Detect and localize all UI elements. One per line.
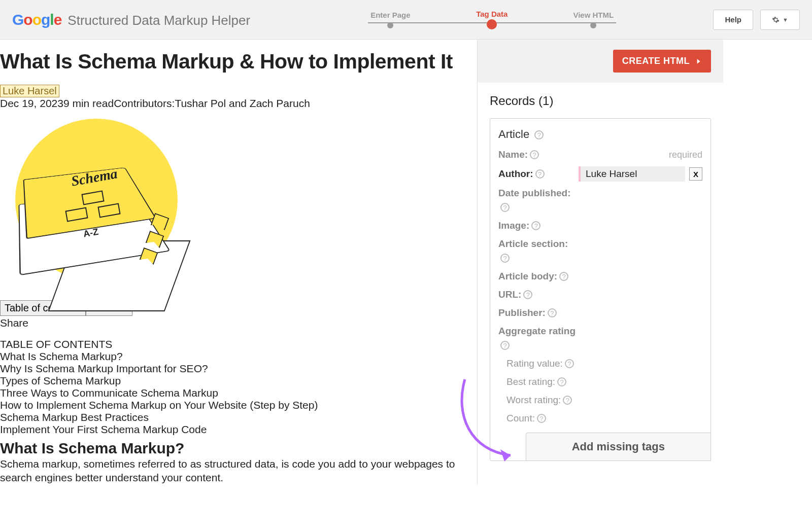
- read-time: 9 min read: [63, 97, 114, 109]
- add-missing-tags-button[interactable]: Add missing tags: [526, 433, 711, 461]
- field-date-published-help: ?: [498, 201, 702, 214]
- toc-link[interactable]: Implement Your First Schema Markup Code: [0, 423, 477, 436]
- field-article-body: Article body: ?: [498, 270, 702, 283]
- step-label: View HTML: [573, 11, 614, 19]
- field-image: Image: ?: [498, 219, 702, 232]
- help-icon[interactable]: ?: [530, 150, 539, 159]
- chevron-right-icon: [695, 57, 702, 65]
- step-dot-icon: [487, 19, 497, 29]
- section-heading: What Is Schema Markup?: [0, 440, 477, 457]
- field-date-published: Date published:: [498, 187, 702, 200]
- field-author: Author: ? Luke Harsel X: [498, 166, 702, 182]
- remove-value-button[interactable]: X: [689, 167, 702, 181]
- field-label: Author:: [498, 168, 533, 180]
- field-url: URL: ?: [498, 288, 702, 301]
- article-title: What Is Schema Markup & How to Implement…: [0, 50, 477, 74]
- author-highlight[interactable]: Luke Harsel: [0, 85, 59, 97]
- help-icon[interactable]: ?: [563, 396, 572, 405]
- field-label: Rating value:: [506, 358, 563, 369]
- logo-block: Google Structured Data Markup Helper: [12, 11, 250, 28]
- field-label: Name:: [498, 149, 528, 160]
- gear-icon: [772, 15, 780, 25]
- field-best-rating: Best rating: ?: [498, 375, 702, 388]
- records-panel: CREATE HTML Records (1) Article ? Name: …: [477, 40, 723, 485]
- body-paragraph: Schema markup, sometimes referred to as …: [0, 457, 457, 485]
- field-label: Image:: [498, 220, 529, 231]
- step-tag-data[interactable]: Tag Data: [441, 10, 543, 29]
- app-title: Structured Data Markup Helper: [67, 13, 250, 28]
- header-actions: Help ▼: [713, 10, 800, 30]
- field-label: Article body:: [498, 271, 557, 282]
- stepper: Enter Page Tag Data View HTML: [270, 10, 713, 29]
- field-label: Worst rating:: [506, 395, 561, 406]
- settings-button[interactable]: ▼: [760, 10, 800, 30]
- hero-illustration: Schema A-Z: [0, 114, 193, 296]
- help-icon[interactable]: ?: [523, 290, 532, 299]
- field-count: Count: ?: [498, 412, 702, 425]
- field-aggregate-help: ?: [498, 339, 702, 352]
- chevron-down-icon: ▼: [783, 17, 788, 23]
- help-icon[interactable]: ?: [548, 308, 557, 317]
- panel-header: CREATE HTML: [478, 40, 723, 83]
- field-label: Publisher:: [498, 307, 546, 318]
- google-logo: Google: [12, 11, 61, 28]
- step-label: Tag Data: [476, 10, 507, 18]
- record-type-label: Article: [498, 128, 529, 140]
- help-icon[interactable]: ?: [534, 130, 544, 139]
- article-date: Dec 19, 2023: [0, 97, 63, 109]
- toc-heading: TABLE OF CONTENTS: [0, 338, 477, 350]
- field-rating-value: Rating value: ?: [498, 357, 702, 370]
- app-header: Google Structured Data Markup Helper Ent…: [0, 0, 812, 40]
- record-type: Article ?: [498, 128, 702, 141]
- step-label: Enter Page: [370, 11, 410, 19]
- step-enter-page[interactable]: Enter Page: [340, 11, 441, 28]
- field-label: Date published:: [498, 188, 571, 199]
- field-worst-rating: Worst rating: ?: [498, 394, 702, 407]
- help-icon[interactable]: ?: [559, 272, 568, 281]
- help-icon[interactable]: ?: [531, 221, 540, 230]
- field-label: Best rating:: [506, 376, 555, 387]
- record-card: Article ? Name: ? required Author: ? Luk…: [490, 118, 711, 461]
- content-pane: What Is Schema Markup & How to Implement…: [0, 40, 477, 485]
- contributors-label: Contributors:: [114, 97, 175, 109]
- toc-link[interactable]: What Is Schema Markup?: [0, 350, 477, 363]
- toc-link[interactable]: Three Ways to Communicate Schema Markup: [0, 387, 477, 399]
- field-name: Name: ? required: [498, 148, 702, 161]
- create-html-label: CREATE HTML: [622, 56, 690, 66]
- create-html-button[interactable]: CREATE HTML: [613, 50, 711, 73]
- step-dot-icon: [590, 22, 596, 28]
- field-value: Luke Harsel: [579, 166, 685, 182]
- field-label: Aggregate rating: [498, 326, 576, 337]
- field-label: URL:: [498, 289, 521, 300]
- step-dot-icon: [387, 22, 393, 28]
- help-icon[interactable]: ?: [500, 254, 510, 263]
- contributors: Tushar Pol and Zach Paruch: [175, 97, 310, 109]
- field-aggregate-rating: Aggregate rating: [498, 325, 702, 338]
- help-button[interactable]: Help: [713, 10, 753, 30]
- field-publisher: Publisher: ?: [498, 306, 702, 320]
- toc-link[interactable]: Types of Schema Markup: [0, 375, 477, 387]
- help-icon[interactable]: ?: [557, 377, 566, 386]
- main-split: What Is Schema Markup & How to Implement…: [0, 40, 812, 485]
- step-line: [368, 22, 492, 23]
- article-meta: Dec 19, 20239 min readContributors:Tusha…: [0, 97, 477, 110]
- help-icon[interactable]: ?: [535, 169, 545, 179]
- help-icon[interactable]: ?: [500, 341, 510, 350]
- help-icon[interactable]: ?: [500, 203, 510, 212]
- toc-link[interactable]: Why Is Schema Markup Important for SEO?: [0, 363, 477, 375]
- records-title: Records (1): [490, 94, 711, 108]
- share-text: Share: [0, 317, 477, 329]
- toc-link[interactable]: How to Implement Schema Markup on Your W…: [0, 399, 477, 411]
- step-line: [492, 22, 616, 23]
- field-article-section: Article section:: [498, 237, 702, 251]
- help-icon[interactable]: ?: [537, 414, 546, 423]
- help-icon[interactable]: ?: [565, 359, 574, 368]
- required-indicator: required: [669, 150, 702, 160]
- records-box: Records (1) Article ? Name: ? required A…: [478, 83, 723, 485]
- field-label: Article section:: [498, 238, 568, 250]
- toc-link[interactable]: Schema Markup Best Practices: [0, 411, 477, 423]
- step-view-html[interactable]: View HTML: [543, 11, 644, 28]
- field-article-section-help: ?: [498, 252, 702, 265]
- field-label: Count:: [506, 413, 535, 424]
